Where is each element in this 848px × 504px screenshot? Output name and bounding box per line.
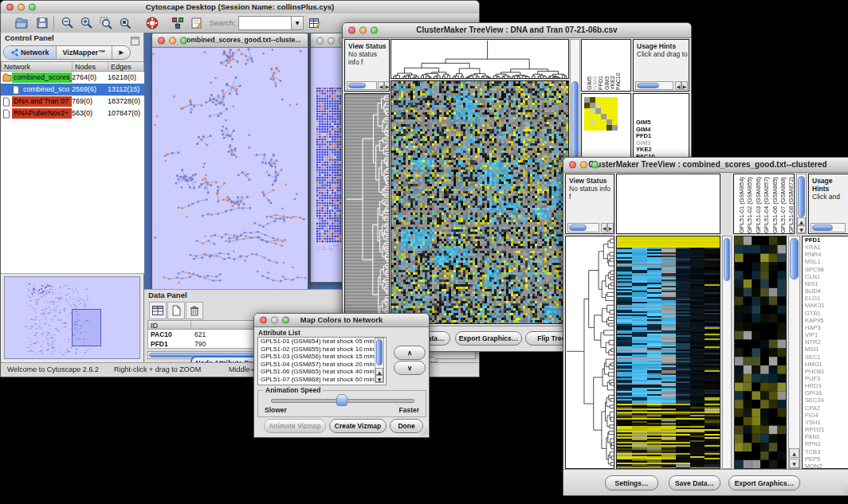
close-button[interactable] (569, 162, 576, 169)
attribute-editor-button[interactable] (307, 15, 323, 31)
zoom-button[interactable] (29, 4, 36, 11)
scroll-left-icon[interactable]: ◀ (378, 81, 384, 90)
zoom-out-button[interactable] (60, 15, 76, 31)
create-vizmap-button[interactable]: Create Vizmap (329, 419, 387, 433)
tv2-hints-hscrollbar[interactable] (811, 223, 846, 232)
treeview1-titlebar[interactable]: ClusterMaker TreeView : DNA and Tran 07-… (343, 23, 691, 38)
gene-list-item[interactable]: RPO21 (803, 426, 848, 433)
scroll-right-icon[interactable]: ▶ (384, 81, 390, 90)
resize-grip[interactable] (842, 486, 848, 494)
tv2-status-hscrollbar[interactable] (567, 223, 599, 232)
tv2-gene-dendrogram[interactable] (565, 236, 614, 469)
attribute-list-item[interactable]: GPL51-03 (GSM856) heat shock 15 min (258, 353, 386, 361)
tab-overflow[interactable]: ▶ (112, 46, 129, 59)
attribute-list-scrollbar[interactable]: ▲ ▼ (375, 338, 384, 383)
save-button[interactable] (34, 15, 50, 31)
gene-list-item[interactable]: MSI1 (803, 346, 848, 353)
tab-network[interactable]: Network (4, 46, 57, 59)
gene-list-item[interactable]: VIP1 (803, 331, 848, 338)
close-button[interactable] (6, 4, 14, 11)
gene-list-item[interactable]: MAK31 (803, 302, 848, 309)
gene-list-item[interactable]: YRA1 (803, 244, 848, 251)
gene-list-item[interactable]: TCB3 (803, 448, 848, 455)
gene-list-item[interactable]: NTR2 (803, 338, 848, 346)
help-button[interactable] (144, 15, 160, 31)
close-button[interactable] (260, 317, 267, 324)
network-overview[interactable] (4, 276, 140, 359)
scroll-left-icon[interactable]: ◀ (675, 81, 681, 90)
scroll-up-icon[interactable]: ▲ (789, 448, 799, 458)
zoom-in-button[interactable] (79, 15, 95, 31)
move-up-button[interactable]: ∧ (394, 346, 426, 360)
scroll-down-icon[interactable]: ▼ (375, 375, 383, 382)
overview-selection-rect[interactable] (72, 309, 101, 346)
gene-list-item[interactable]: ELG1 (803, 295, 848, 302)
tv1-hints-hscrollbar[interactable] (635, 81, 673, 90)
scroll-up-icon[interactable]: ▲ (797, 217, 806, 225)
tv1-button-2[interactable]: Export Graphics… (455, 331, 522, 346)
search-input[interactable] (238, 16, 294, 30)
gene-list-item[interactable]: PFD1 (803, 236, 848, 244)
main-titlebar[interactable]: Cytoscape Desktop (Session Name: collins… (1, 1, 479, 14)
gene-list-item[interactable]: HMG1 (803, 361, 848, 368)
minimize-button[interactable] (359, 27, 367, 34)
annotation-button[interactable] (189, 15, 205, 31)
minimize-button[interactable] (271, 317, 278, 324)
gene-list-item[interactable]: CPA2 (803, 404, 848, 412)
zoom-button[interactable] (282, 317, 289, 324)
scroll-right-icon[interactable]: ▶ (681, 81, 688, 90)
gene-list-item[interactable]: RNR4 (803, 251, 848, 258)
new-attribute-button[interactable] (167, 302, 185, 319)
gene-list-item[interactable]: CLN1 (803, 273, 848, 280)
minimize-button[interactable] (169, 37, 176, 44)
tv2-zoom-heatmap[interactable] (734, 236, 787, 469)
gene-list-item[interactable]: MSL1 (803, 258, 848, 265)
tv2-heatmap[interactable] (616, 236, 720, 469)
close-button[interactable] (158, 37, 165, 44)
network-table-row[interactable]: combined_scores_2764(0)16218(0) (1, 72, 144, 84)
gene-list-item[interactable]: BUD4 (803, 287, 848, 295)
gene-list-item[interactable]: NIS1 (803, 280, 848, 287)
animate-vizmap-button[interactable]: Animate Vizmap (264, 419, 326, 433)
tv2-column-dendrogram[interactable] (616, 174, 720, 234)
move-down-button[interactable]: ∨ (394, 361, 426, 375)
gene-list-item[interactable]: RPN1 (803, 440, 848, 447)
tv2-heatmap-vscrollbar[interactable] (722, 236, 732, 469)
tv2-button-2[interactable]: Export Graphics… (728, 475, 800, 490)
network-table-row[interactable]: DNA and Tran 07769(0)183728(0) (1, 96, 144, 107)
gene-list-item[interactable]: PHO81 (803, 368, 848, 375)
close-button[interactable] (316, 37, 324, 44)
tv2-genelist-scrollbar[interactable]: ▲ ▼ (788, 236, 800, 469)
data-table-button[interactable] (149, 302, 167, 319)
tv2-button-0[interactable]: Settings… (605, 475, 658, 490)
minimize-button[interactable] (580, 162, 587, 169)
zoom-fit-button[interactable] (117, 15, 133, 31)
done-button[interactable]: Done (390, 419, 423, 433)
gene-list-item[interactable]: PEP5 (803, 455, 848, 463)
delete-attribute-button[interactable] (186, 302, 203, 319)
network1-titlebar[interactable]: combined_scores_good.txt--cluste... (152, 33, 308, 48)
tv1-gene-dendrogram[interactable] (344, 93, 390, 324)
scroll-down-icon[interactable]: ▼ (797, 225, 806, 233)
gene-list-item[interactable]: GTB1 (803, 310, 848, 317)
gene-list-item[interactable]: PAN1 (803, 433, 848, 440)
gene-list-item[interactable]: GPI16 (803, 389, 848, 397)
tv1-column-dendrogram[interactable] (391, 39, 569, 79)
search-dropdown-button[interactable]: ▼ (291, 16, 304, 30)
tv1-status-hscrollbar[interactable] (347, 81, 377, 90)
gene-list-item[interactable]: YSH1 (803, 419, 848, 426)
network-table-row[interactable]: combined_sco2569(6)13112(15) (1, 84, 144, 96)
gene-list-item[interactable]: HAP3 (803, 324, 848, 331)
tab-vizmapper[interactable]: VizMapper™ (57, 46, 113, 59)
attribute-list-item[interactable]: GPL51-01 (GSM854) heat shock 05 min (258, 338, 386, 346)
gene-list-item[interactable]: SPC98 (803, 266, 848, 273)
scroll-up-icon[interactable]: ▲ (375, 368, 383, 375)
zoom-button[interactable] (180, 37, 187, 44)
zoom-selected-button[interactable] (98, 15, 114, 31)
scroll-right-icon[interactable]: ▶ (607, 223, 614, 232)
tv1-heatmap[interactable] (391, 80, 569, 324)
gene-list-item[interactable]: HRD3 (803, 382, 848, 389)
gene-list-item[interactable]: KAP95 (803, 317, 848, 324)
attribute-list-item[interactable]: GPL51-06 (GSM865) heat shock 40 min (258, 368, 386, 376)
gene-list-item[interactable]: MON2 (803, 463, 848, 469)
